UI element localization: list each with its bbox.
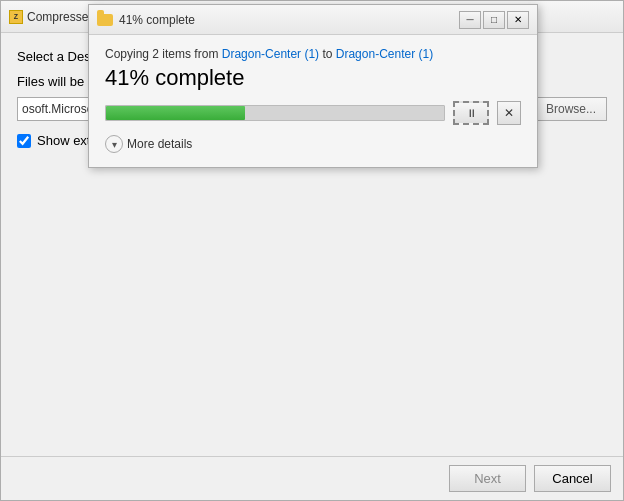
progress-bar-fill bbox=[106, 106, 245, 120]
minimize-button[interactable]: ─ bbox=[459, 11, 481, 29]
stop-button[interactable]: ✕ bbox=[497, 101, 521, 125]
progress-bar-container bbox=[105, 105, 445, 121]
pause-icon: ⏸ bbox=[466, 107, 477, 119]
cancel-button[interactable]: Cancel bbox=[534, 465, 611, 492]
progress-dialog: 41% complete ─ □ ✕ Copying 2 items from … bbox=[88, 4, 538, 168]
browse-button[interactable]: Browse... bbox=[535, 97, 607, 121]
to-link[interactable]: Dragon-Center (1) bbox=[336, 47, 433, 61]
zip-icon: Z bbox=[9, 10, 23, 24]
close-window-button[interactable]: ✕ bbox=[507, 11, 529, 29]
titlebar-controls: ─ □ ✕ bbox=[459, 11, 529, 29]
close-icon: ✕ bbox=[504, 106, 514, 120]
more-details-label: More details bbox=[127, 137, 192, 151]
copying-prefix: Copying 2 items from bbox=[105, 47, 218, 61]
progress-bar-row: ⏸ ✕ bbox=[105, 101, 521, 125]
copying-text: Copying 2 items from Dragon-Center (1) t… bbox=[105, 47, 521, 61]
bottom-bar: Next Cancel bbox=[1, 456, 623, 500]
chevron-down-icon: ▾ bbox=[105, 135, 123, 153]
progress-body: Copying 2 items from Dragon-Center (1) t… bbox=[89, 35, 537, 167]
pause-button[interactable]: ⏸ bbox=[453, 101, 489, 125]
progress-title: 41% complete bbox=[119, 13, 459, 27]
more-details-row[interactable]: ▾ More details bbox=[105, 135, 521, 153]
progress-titlebar: 41% complete ─ □ ✕ bbox=[89, 5, 537, 35]
percent-text: 41% complete bbox=[105, 65, 521, 91]
maximize-button[interactable]: □ bbox=[483, 11, 505, 29]
to-text: to bbox=[322, 47, 335, 61]
progress-folder-icon bbox=[97, 12, 113, 28]
next-button[interactable]: Next bbox=[449, 465, 526, 492]
show-files-checkbox[interactable] bbox=[17, 134, 31, 148]
from-link[interactable]: Dragon-Center (1) bbox=[222, 47, 319, 61]
chevron-symbol: ▾ bbox=[112, 139, 117, 150]
